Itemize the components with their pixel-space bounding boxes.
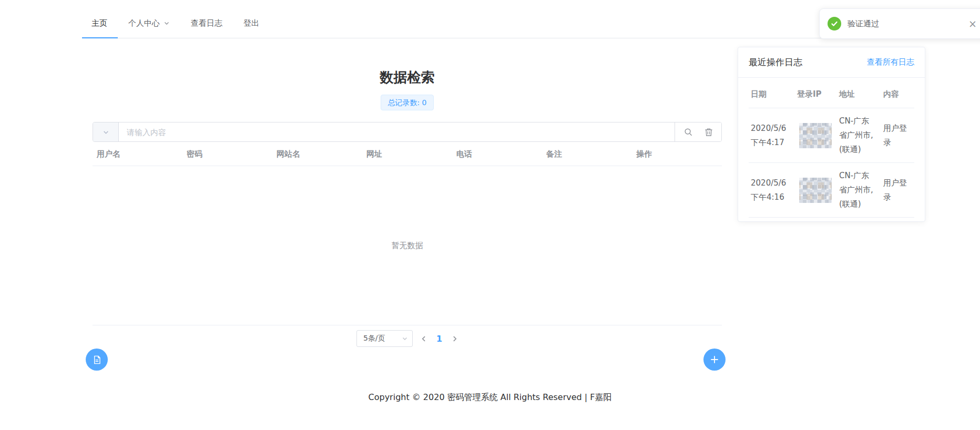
search-icon[interactable] xyxy=(684,128,693,137)
page-size-select[interactable]: 5条/页 xyxy=(356,330,413,347)
pagination: 5条/页 1 xyxy=(93,330,722,347)
chevron-down-icon xyxy=(103,129,109,136)
log-content: 用户登录 xyxy=(881,176,914,204)
log-table-header: 日期 登录IP 地址 内容 xyxy=(749,89,914,108)
recent-logs-title: 最近操作日志 xyxy=(749,56,802,68)
badge-row: 总记录数: 0 xyxy=(93,95,722,110)
main-content: 数据检索 总记录数: 0 用户名 密码 网站名 网址 电话 备注 操作 暂无数据 xyxy=(93,38,722,347)
log-address-line: (联通) xyxy=(839,197,881,211)
tab-view-logs-label: 查看日志 xyxy=(191,18,222,28)
search-input[interactable] xyxy=(119,122,675,141)
log-row: 2020/5/6 下午4:17 CN-广东 省广州市, (联通) 用户登录 xyxy=(749,108,914,163)
log-address-line: 省广州市, xyxy=(839,183,881,197)
log-address: CN-广东 省广州市, (联通) xyxy=(837,114,881,157)
redacted-ip-mosaic xyxy=(799,178,832,203)
log-address-line: CN-广东 xyxy=(839,169,881,183)
log-column-address: 地址 xyxy=(837,89,881,99)
table-empty-area: 暂无数据 xyxy=(93,166,722,325)
recent-logs-header: 最近操作日志 查看所有日志 xyxy=(738,47,925,78)
tab-profile-label: 个人中心 xyxy=(128,18,160,28)
column-header-sitename: 网站名 xyxy=(272,149,362,159)
view-all-logs-link[interactable]: 查看所有日志 xyxy=(867,57,914,67)
next-page-icon[interactable] xyxy=(451,335,458,342)
log-row: 2020/5/6 下午4:16 CN-广东 省广州市, (联通) 用户登录 xyxy=(749,163,914,218)
success-notification: 验证通过 × xyxy=(819,8,980,39)
page-title: 数据检索 xyxy=(93,69,722,85)
add-record-button[interactable] xyxy=(703,349,726,371)
tab-profile-dropdown[interactable]: 个人中心 xyxy=(118,8,180,38)
trash-icon[interactable] xyxy=(705,128,713,137)
success-check-icon xyxy=(828,17,841,30)
search-actions xyxy=(675,122,721,141)
log-column-content: 内容 xyxy=(881,89,914,99)
document-icon xyxy=(92,355,102,365)
recent-logs-body: 日期 登录IP 地址 内容 2020/5/6 下午4:17 CN-广东 省广州市… xyxy=(738,78,925,218)
log-ip xyxy=(795,178,837,203)
column-header-remark: 备注 xyxy=(542,149,632,159)
log-address-line: 省广州市, xyxy=(839,128,881,142)
column-header-url: 网址 xyxy=(362,149,452,159)
log-column-ip: 登录IP xyxy=(795,89,837,99)
log-address: CN-广东 省广州市, (联通) xyxy=(837,169,881,211)
chevron-down-icon xyxy=(402,335,408,342)
total-records-badge: 总记录数: 0 xyxy=(381,95,433,110)
export-document-button[interactable] xyxy=(86,349,108,371)
log-date-line: 2020/5/6 xyxy=(751,176,795,190)
log-address-line: (联通) xyxy=(839,142,881,157)
empty-text: 暂无数据 xyxy=(392,241,423,251)
tab-logout[interactable]: 登出 xyxy=(233,8,270,38)
log-address-line: CN-广东 xyxy=(839,114,881,128)
prev-page-icon[interactable] xyxy=(421,335,427,342)
column-header-username: 用户名 xyxy=(93,149,182,159)
search-field-select[interactable] xyxy=(93,122,119,141)
footer-copyright: Copyright © 2020 密码管理系统 All Rights Reser… xyxy=(0,392,980,403)
log-time-line: 下午4:17 xyxy=(751,136,795,150)
plus-icon xyxy=(710,355,719,364)
page-number-current[interactable]: 1 xyxy=(435,334,443,344)
log-date: 2020/5/6 下午4:17 xyxy=(749,121,795,150)
column-header-actions: 操作 xyxy=(632,149,722,159)
tab-logout-label: 登出 xyxy=(243,18,259,28)
recent-logs-panel: 最近操作日志 查看所有日志 日期 登录IP 地址 内容 2020/5/6 下午4… xyxy=(738,47,925,222)
tab-home[interactable]: 主页 xyxy=(82,8,118,38)
log-content: 用户登录 xyxy=(881,121,914,150)
column-header-password: 密码 xyxy=(182,149,272,159)
nav-tabs: 主页 个人中心 查看日志 登出 xyxy=(82,8,270,38)
data-table-header: 用户名 密码 网站名 网址 电话 备注 操作 xyxy=(93,142,722,166)
search-bar xyxy=(93,122,722,142)
log-time-line: 下午4:16 xyxy=(751,190,795,204)
log-date: 2020/5/6 下午4:16 xyxy=(749,176,795,204)
close-icon[interactable]: × xyxy=(968,19,977,29)
notification-title: 验证通过 xyxy=(848,19,879,29)
log-date-line: 2020/5/6 xyxy=(751,121,795,136)
column-header-phone: 电话 xyxy=(452,149,542,159)
chevron-down-icon xyxy=(164,20,170,26)
redacted-ip-mosaic xyxy=(799,123,832,148)
log-ip xyxy=(795,123,837,148)
tab-home-label: 主页 xyxy=(91,18,107,28)
page-size-label: 5条/页 xyxy=(363,334,385,343)
log-column-date: 日期 xyxy=(749,89,795,99)
tab-view-logs[interactable]: 查看日志 xyxy=(180,8,233,38)
